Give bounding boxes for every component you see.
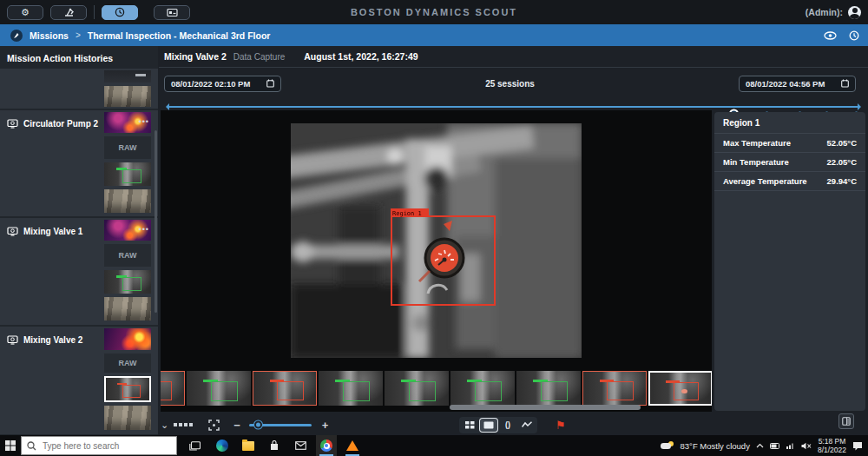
start-date-picker[interactable]: 08/01/2022 02:10 PM [164, 76, 281, 92]
speaker-muted-icon[interactable] [801, 442, 812, 450]
search-icon [27, 441, 36, 451]
grid-icon [465, 421, 475, 429]
filmstrip-thumb[interactable] [319, 371, 383, 406]
thermal-thumbnail[interactable] [104, 328, 151, 350]
filmstrip-thumb-selected[interactable] [648, 371, 712, 406]
edge-button[interactable] [212, 435, 233, 456]
region-panel-title: Region 1 [714, 112, 865, 134]
zoom-in-button[interactable]: + [322, 419, 329, 432]
top-toolbar: ⚙ BOSTON DYNAMICS SCOUT (Admin): [0, 0, 868, 24]
filmstrip-thumb[interactable] [161, 371, 185, 406]
vlc-button[interactable] [342, 435, 363, 456]
raw-thumbnail[interactable] [104, 162, 151, 186]
thermal-thumbnail[interactable]: ••• [104, 112, 151, 133]
temp-label: Min Temperature [723, 157, 789, 167]
sessions-count: 25 sessions [485, 79, 535, 89]
calendar-icon [841, 79, 849, 88]
image-icon [483, 421, 494, 429]
settings-button[interactable]: ⚙ [7, 5, 43, 20]
network-icon[interactable] [786, 442, 795, 449]
capture-view: Mixing Valve 2 Data Capture August 1st, … [159, 46, 868, 435]
history-button[interactable] [102, 5, 138, 20]
windows-logo-icon [5, 440, 16, 451]
flag-icon[interactable]: ⚑ [556, 420, 566, 431]
toolbar-divider [94, 5, 95, 19]
start-button[interactable] [0, 435, 21, 456]
gear-icon: ⚙ [21, 8, 30, 17]
breadcrumb-root[interactable]: Missions [30, 30, 69, 41]
filmstrip-thumb[interactable] [516, 371, 581, 406]
file-explorer-button[interactable] [238, 435, 259, 456]
mission-history-sidebar: Mission Action Histories Circulator Pump… [0, 46, 158, 435]
zoom-out-button[interactable]: − [233, 419, 240, 432]
taskbar-search[interactable] [21, 436, 177, 455]
store-button[interactable] [264, 435, 285, 456]
trend-view-button[interactable] [518, 419, 536, 432]
temperature-row: Average Temperature 29.94°C [714, 172, 865, 191]
filmstrip-thumb[interactable] [582, 371, 647, 406]
user-avatar[interactable] [848, 6, 861, 19]
filmstrip-thumb[interactable] [385, 371, 449, 406]
filmstrip-thumb[interactable] [187, 371, 251, 406]
temp-value: 22.05°C [827, 157, 857, 167]
battery-icon[interactable] [770, 443, 780, 449]
edge-icon [216, 439, 228, 452]
action-center-icon[interactable] [852, 441, 863, 451]
zoom-slider-thumb[interactable] [254, 421, 262, 429]
hidden-icons-chevron[interactable] [756, 443, 764, 448]
task-view-button[interactable] [184, 435, 205, 456]
capture-thumbnail[interactable] [104, 70, 151, 83]
photo-thumbnail[interactable] [104, 189, 151, 213]
fit-screen-icon[interactable] [208, 420, 220, 431]
raw-label-cell: RAW [104, 136, 151, 159]
chrome-button[interactable] [316, 435, 337, 456]
code-view-button[interactable]: () [499, 419, 516, 432]
layer-dots-handle[interactable] [174, 423, 193, 426]
weather-text[interactable]: 83°F Mostly cloudy [681, 441, 750, 451]
viewer-controls: ⌄ − + () ⚑ [161, 416, 712, 433]
chrome-icon [320, 439, 332, 452]
mail-button[interactable] [290, 435, 311, 456]
history-item-circulator-pump-2[interactable]: Circulator Pump 2 ••• RAW [0, 110, 158, 216]
filmstrip [161, 371, 712, 406]
breadcrumb-separator: > [76, 30, 81, 40]
capture-subtitle: Data Capture [233, 52, 285, 62]
history-item-mixing-valve-1[interactable]: Mixing Valve 1 ••• RAW [0, 218, 158, 325]
display-button[interactable] [154, 5, 190, 20]
filmstrip-thumb[interactable] [253, 371, 317, 406]
weather-icon[interactable] [661, 441, 674, 450]
end-date-picker[interactable]: 08/01/2022 04:56 PM [739, 76, 856, 92]
robot-button[interactable] [50, 5, 87, 20]
thermal-thumbnail[interactable]: ••• [104, 220, 151, 241]
capture-thumbnail[interactable] [104, 86, 151, 107]
image-view-button[interactable] [480, 419, 497, 432]
sidebar-scrollbar[interactable] [155, 130, 157, 313]
clock-icon[interactable] [849, 30, 859, 41]
history-item-mixing-valve-2[interactable]: Mixing Valve 2 RAW [0, 327, 158, 434]
search-input[interactable] [43, 441, 173, 451]
history-item-label: Mixing Valve 1 [23, 227, 82, 236]
history-item-partial[interactable] [0, 69, 158, 109]
breadcrumb: Missions > Thermal Inspection - Mechanic… [0, 24, 868, 46]
chevron-down-icon[interactable]: ⌄ [161, 420, 168, 430]
clock-tray[interactable]: 5:18 PM 8/1/2022 [818, 437, 846, 454]
grid-view-button[interactable] [461, 419, 478, 432]
thermal-image[interactable]: Region 1 [291, 123, 582, 358]
temp-value: 29.94°C [827, 176, 857, 186]
filmstrip-thumb[interactable] [450, 371, 515, 406]
mail-icon [295, 441, 306, 450]
photo-thumbnail[interactable] [104, 406, 151, 430]
collapse-panel-button[interactable] [838, 413, 854, 429]
raw-thumbnail[interactable] [104, 270, 151, 294]
image-viewer[interactable]: Region 1 [161, 110, 712, 412]
selected-raw-thumbnail[interactable] [104, 376, 151, 402]
filmstrip-scrollbar[interactable] [450, 405, 641, 410]
timeline-track[interactable] [168, 106, 859, 108]
eye-icon[interactable] [824, 31, 837, 40]
region-info-panel: Region 1 Max Temperature 52.05°C Min Tem… [714, 112, 865, 411]
photo-thumbnail[interactable] [104, 297, 151, 321]
camera-icon [7, 335, 18, 345]
temp-label: Average Temperature [723, 176, 807, 186]
zoom-slider[interactable] [249, 424, 312, 426]
folder-icon [242, 441, 254, 451]
